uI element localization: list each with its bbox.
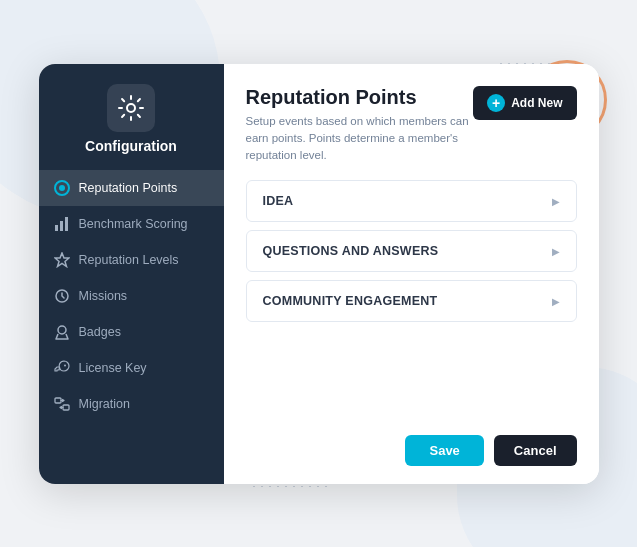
add-new-label: Add New bbox=[511, 96, 562, 110]
svg-rect-12 bbox=[55, 398, 61, 403]
license-key-icon bbox=[53, 359, 71, 377]
main-content: Reputation Points Setup events based on … bbox=[224, 64, 599, 484]
benchmark-scoring-icon bbox=[53, 215, 71, 233]
sidebar-item-reputation-points[interactable]: Reputation Points bbox=[39, 170, 224, 206]
sidebar-item-missions[interactable]: Missions bbox=[39, 278, 224, 314]
sidebar-item-badges[interactable]: Badges bbox=[39, 314, 224, 350]
svg-rect-7 bbox=[65, 217, 68, 231]
svg-rect-5 bbox=[55, 225, 58, 231]
svg-rect-6 bbox=[60, 221, 63, 231]
add-new-button[interactable]: + Add New bbox=[473, 86, 576, 120]
sidebar-label-reputation-points: Reputation Points bbox=[79, 181, 178, 195]
sidebar-label-badges: Badges bbox=[79, 325, 121, 339]
svg-point-10 bbox=[58, 326, 66, 334]
main-card: Configuration Reputation Points bbox=[39, 64, 599, 484]
sidebar-label-benchmark-scoring: Benchmark Scoring bbox=[79, 217, 188, 231]
footer-buttons: Save Cancel bbox=[246, 435, 577, 466]
svg-point-4 bbox=[59, 185, 65, 191]
chevron-right-icon-questions: ▶ bbox=[552, 246, 560, 257]
svg-rect-13 bbox=[63, 405, 69, 410]
sidebar-nav: Reputation Points Benchmark Scoring bbox=[39, 170, 224, 422]
accordion-label-community: COMMUNITY ENGAGEMENT bbox=[263, 294, 438, 308]
cancel-button[interactable]: Cancel bbox=[494, 435, 577, 466]
page-title: Reputation Points bbox=[246, 86, 474, 109]
accordion-label-questions: QUESTIONS AND ANSWERS bbox=[263, 244, 439, 258]
migration-icon bbox=[53, 395, 71, 413]
accordion-label-idea: IDEA bbox=[263, 194, 294, 208]
sidebar-item-migration[interactable]: Migration bbox=[39, 386, 224, 422]
title-area: Reputation Points Setup events based on … bbox=[246, 86, 474, 165]
sidebar-label-reputation-levels: Reputation Levels bbox=[79, 253, 179, 267]
sidebar: Configuration Reputation Points bbox=[39, 64, 224, 484]
accordion-item-idea[interactable]: IDEA ▶ bbox=[246, 180, 577, 222]
accordion-item-community-engagement[interactable]: COMMUNITY ENGAGEMENT ▶ bbox=[246, 280, 577, 322]
sidebar-item-license-key[interactable]: License Key bbox=[39, 350, 224, 386]
svg-marker-8 bbox=[55, 253, 69, 267]
chevron-right-icon-idea: ▶ bbox=[552, 196, 560, 207]
reputation-points-icon bbox=[53, 179, 71, 197]
missions-icon bbox=[53, 287, 71, 305]
sidebar-label-migration: Migration bbox=[79, 397, 130, 411]
sidebar-item-benchmark-scoring[interactable]: Benchmark Scoring bbox=[39, 206, 224, 242]
svg-point-2 bbox=[127, 104, 135, 112]
reputation-levels-icon bbox=[53, 251, 71, 269]
chevron-right-icon-community: ▶ bbox=[552, 296, 560, 307]
badges-icon bbox=[53, 323, 71, 341]
content-header: Reputation Points Setup events based on … bbox=[246, 86, 577, 165]
svg-point-11 bbox=[64, 364, 66, 366]
accordion-item-questions-and-answers[interactable]: QUESTIONS AND ANSWERS ▶ bbox=[246, 230, 577, 272]
sidebar-item-reputation-levels[interactable]: Reputation Levels bbox=[39, 242, 224, 278]
accordion-list: IDEA ▶ QUESTIONS AND ANSWERS ▶ COMMUNITY… bbox=[246, 180, 577, 418]
add-icon: + bbox=[487, 94, 505, 112]
sidebar-config-icon bbox=[107, 84, 155, 132]
sidebar-label-license-key: License Key bbox=[79, 361, 147, 375]
page-description: Setup events based on which members can … bbox=[246, 113, 474, 165]
sidebar-title: Configuration bbox=[85, 138, 177, 154]
save-button[interactable]: Save bbox=[405, 435, 483, 466]
sidebar-label-missions: Missions bbox=[79, 289, 128, 303]
